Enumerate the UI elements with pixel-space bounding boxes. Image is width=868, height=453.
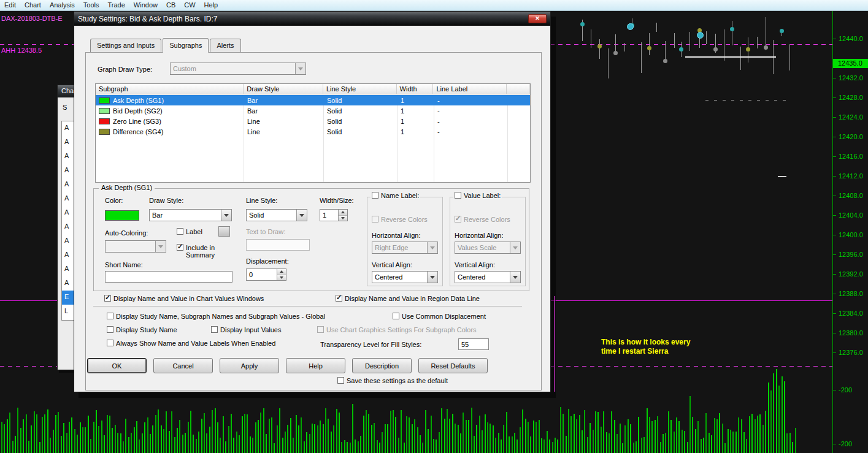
- subgraph-row[interactable]: Zero Line (SG3)LineSolid1-: [96, 116, 530, 126]
- color-swatch-button[interactable]: [105, 210, 139, 221]
- label-color-button[interactable]: [218, 226, 230, 237]
- menu-item-edit[interactable]: Edit: [0, 0, 20, 10]
- depth-histogram-bar: [404, 443, 405, 453]
- always-show-labels-checkbox[interactable]: Always Show Name and Value Labels When E…: [107, 340, 275, 347]
- depth-histogram-bar: [674, 432, 675, 453]
- depth-histogram-bar: [239, 435, 240, 453]
- line-style-label: Line Style:: [246, 197, 277, 204]
- depth-histogram-bar: [4, 424, 5, 453]
- depth-histogram-bar: [606, 432, 607, 453]
- menu-item-chart[interactable]: Chart: [20, 0, 45, 10]
- display-input-values-checkbox[interactable]: Display Input Values: [211, 326, 281, 333]
- value-reverse-colors-checkbox[interactable]: Reverse Colors: [455, 216, 510, 223]
- depth-marks-cluster: [582, 16, 802, 86]
- menu-item-cb[interactable]: CB: [162, 0, 180, 10]
- column-header-subgraph[interactable]: Subgraph: [96, 84, 244, 94]
- checkbox-label: Display Study Name: [116, 326, 177, 333]
- depth-histogram-bar: [406, 416, 407, 453]
- depth-histogram-bar: [665, 433, 666, 453]
- depth-histogram-bar: [82, 427, 83, 453]
- depth-histogram-bar: [185, 433, 186, 453]
- menu-item-help[interactable]: Help: [200, 0, 223, 10]
- menu-item-trade[interactable]: Trade: [104, 0, 129, 10]
- depth-histogram-bar: [728, 429, 729, 453]
- price-tick: [832, 254, 836, 255]
- spin-down-icon[interactable]: [277, 275, 286, 281]
- candle-mark: [624, 43, 625, 51]
- menu-item-analysis[interactable]: Analysis: [45, 0, 79, 10]
- name-vertical-align-select[interactable]: Centered: [372, 271, 438, 283]
- depth-dot: [764, 45, 768, 50]
- price-scale-label: -200: [839, 386, 852, 394]
- displacement-spinner[interactable]: 0: [246, 268, 286, 281]
- tab-alerts[interactable]: Alerts: [210, 39, 240, 52]
- tab-subgraphs[interactable]: Subgraphs: [163, 38, 209, 53]
- include-in-summary-checkbox[interactable]: Include in Summary: [177, 244, 228, 259]
- candle-mark: [740, 47, 741, 70]
- display-global-checkbox[interactable]: Display Study Name, Subgraph Names and S…: [107, 313, 325, 320]
- depth-histogram-bar: [701, 439, 702, 453]
- use-common-displacement-checkbox[interactable]: Use Common Displacement: [393, 313, 486, 320]
- label-checkbox[interactable]: Label: [177, 228, 202, 235]
- subgraph-row[interactable]: Difference (SG4)LineSolid1-: [96, 126, 530, 137]
- close-button[interactable]: ✕: [528, 14, 547, 23]
- subgraph-settings-group: Ask Depth (SG1) Color: Draw Style: Bar L…: [93, 188, 529, 291]
- depth-histogram-bar: [368, 414, 369, 453]
- subgraph-row[interactable]: Bid Depth (SG2)BarSolid1-: [96, 105, 530, 116]
- depth-histogram-bar: [568, 409, 569, 453]
- text-to-draw-input[interactable]: [246, 239, 310, 251]
- transparency-input[interactable]: 55: [458, 338, 489, 350]
- line-style-select[interactable]: Solid: [246, 209, 307, 221]
- depth-histogram-bar: [782, 376, 783, 453]
- depth-histogram-bar: [479, 416, 480, 453]
- column-header-line-style[interactable]: Line Style: [323, 84, 397, 94]
- value-horizontal-align-select[interactable]: Values Scale: [455, 242, 521, 254]
- name-horizontal-align-select[interactable]: Right Edge: [372, 242, 438, 254]
- name-reverse-colors-checkbox[interactable]: Reverse Colors: [372, 216, 428, 223]
- depth-histogram-bar: [576, 419, 577, 453]
- color-swatch: [99, 97, 110, 104]
- use-chart-graphics-checkbox[interactable]: Use Chart Graphics Settings For Subgraph…: [317, 326, 477, 333]
- tab-settings-and-inputs[interactable]: Settings and Inputs: [90, 39, 161, 52]
- short-name-input[interactable]: [105, 271, 232, 283]
- display-chart-values-checkbox[interactable]: Display Name and Value in Chart Values W…: [104, 295, 264, 302]
- checkbox-label: Save these settings as the default: [347, 377, 448, 384]
- depth-histogram-bar: [15, 436, 16, 453]
- apply-button[interactable]: Apply: [220, 358, 279, 373]
- display-region-data-checkbox[interactable]: Display Name and Value in Region Data Li…: [336, 295, 480, 302]
- graph-draw-type-label: Graph Draw Type:: [98, 66, 152, 73]
- depth-histogram-bar: [390, 411, 391, 453]
- ok-button[interactable]: OK: [87, 358, 147, 373]
- price-scale-label: 12416.0: [839, 153, 863, 160]
- help-button[interactable]: Help: [286, 358, 345, 373]
- reset-defaults-button[interactable]: Reset Defaults: [418, 358, 488, 373]
- dialog-title-bar[interactable]: Study Settings: Bid & Ask Depth Bars. ID…: [74, 12, 550, 26]
- spin-up-icon[interactable]: [339, 210, 347, 216]
- depth-histogram-bar: [247, 414, 248, 453]
- graph-draw-type-select[interactable]: Custom: [170, 63, 306, 75]
- value-vertical-align-select[interactable]: Centered: [455, 271, 521, 283]
- cancel-button[interactable]: Cancel: [153, 358, 213, 373]
- column-header-width[interactable]: Width: [397, 84, 434, 94]
- subgraph-row[interactable]: Ask Depth (SG1)BarSolid1-: [96, 95, 530, 105]
- menu-item-tools[interactable]: Tools: [79, 0, 104, 10]
- display-study-name-checkbox[interactable]: Display Study Name: [107, 326, 177, 333]
- column-header-draw-style[interactable]: Draw Style: [244, 84, 323, 94]
- name-label-checkbox[interactable]: Name Label:: [371, 192, 420, 199]
- width-size-spinner[interactable]: 1: [320, 209, 348, 221]
- column-header-blank[interactable]: [507, 84, 530, 94]
- description-button[interactable]: Description: [352, 358, 412, 373]
- save-default-checkbox[interactable]: Save these settings as the default: [337, 377, 448, 384]
- column-header-line-label[interactable]: Line Label: [433, 84, 507, 94]
- menu-item-window[interactable]: Window: [129, 0, 162, 10]
- draw-style-select[interactable]: Bar: [149, 209, 232, 221]
- checkbox-box: [372, 192, 378, 199]
- spin-down-icon[interactable]: [339, 216, 347, 221]
- value-label-checkbox[interactable]: Value Label:: [453, 192, 502, 199]
- auto-coloring-select[interactable]: [105, 240, 166, 253]
- white-segment: [778, 176, 786, 177]
- menu-item-cw[interactable]: CW: [180, 0, 199, 10]
- spin-up-icon[interactable]: [277, 269, 286, 275]
- depth-histogram-bar: [161, 425, 162, 453]
- close-icon: ✕: [535, 16, 540, 21]
